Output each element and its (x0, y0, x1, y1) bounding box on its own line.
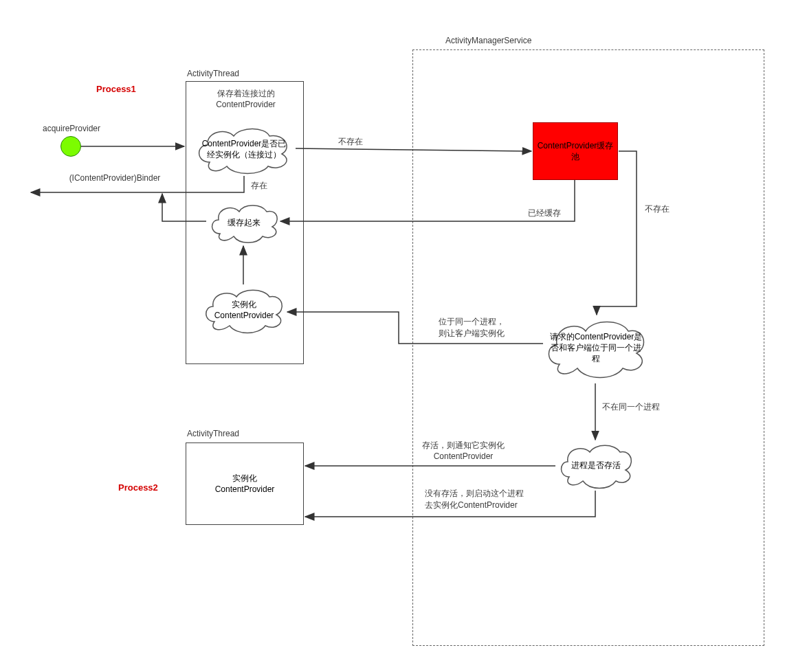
cloud-same-process-text: 请求的ContentProvider是否和客户端位于同一个进程 (549, 331, 643, 365)
cloud-instantiate-cp1-text: 实例化 ContentProvider (214, 299, 274, 321)
cloud-instantiate-cp1: 实例化 ContentProvider (199, 283, 289, 337)
instantiate-cp2-text: 实例化 ContentProvider (215, 473, 275, 495)
acquire-provider-label: acquireProvider (43, 124, 100, 133)
ams-title: ActivityManagerService (445, 36, 531, 45)
content-provider-cache-pool-text: ContentProvider缓存池 (536, 140, 615, 162)
process1-label: Process1 (96, 84, 136, 94)
cloud-is-instantiated: ContentProvider是否已经实例化（连接过） (192, 121, 296, 177)
cloud-process-alive: 进程是否存活 (555, 438, 637, 492)
not-same-process-label: 不在同一个进程 (602, 401, 660, 413)
already-cached-label: 已经缓存 (528, 208, 561, 219)
cloud-is-instantiated-text: ContentProvider是否已经实例化（连接过） (199, 138, 289, 160)
activity-thread-1-title: ActivityThread (187, 69, 239, 78)
not-exist-label-1: 不存在 (338, 136, 363, 148)
alive-notify-label: 存活，则通知它实例化 ContentProvider (422, 440, 505, 461)
activity-thread-2-box: 实例化 ContentProvider (186, 443, 304, 525)
saved-connected-label: 保存着连接过的 ContentProvider (199, 88, 292, 109)
exists-label: 存在 (251, 180, 267, 192)
process2-label: Process2 (118, 482, 158, 493)
cloud-same-process: 请求的ContentProvider是否和客户端位于同一个进程 (542, 311, 650, 385)
activity-thread-2-title: ActivityThread (187, 429, 239, 438)
not-exist-label-2: 不存在 (645, 203, 670, 215)
start-node-circle (60, 136, 81, 157)
not-alive-start-label: 没有存活，则启动这个进程 去实例化ContentProvider (425, 488, 524, 511)
same-process-label: 位于同一个进程， 则让客户端实例化 (439, 316, 505, 339)
cloud-cache-it-text: 缓存起来 (228, 217, 261, 228)
content-provider-cache-pool: ContentProvider缓存池 (533, 122, 618, 180)
icontent-provider-binder-label: (IContentProvider)Binder (56, 173, 173, 183)
cloud-process-alive-text: 进程是否存活 (571, 460, 621, 471)
cloud-cache-it: 缓存起来 (206, 199, 282, 246)
